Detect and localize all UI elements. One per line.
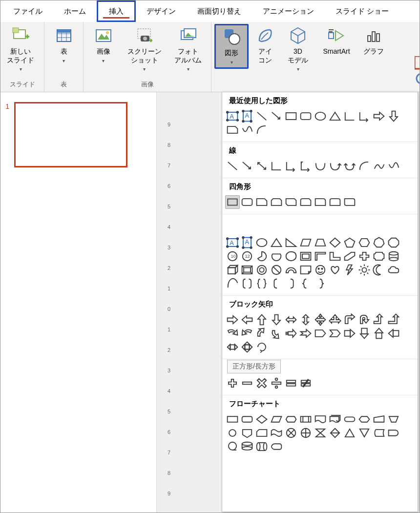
shape-arrU[interactable] [254, 313, 269, 327]
shape-freeform[interactable] [372, 159, 386, 173]
shape-diamond[interactable] [328, 236, 342, 249]
tab-animation[interactable]: アニメーション [252, 0, 325, 22]
tab-design[interactable]: デザイン [136, 0, 187, 22]
shape-calloutQuad[interactable] [240, 340, 254, 354]
shape-lineA[interactable] [269, 109, 284, 123]
shape-calloutR[interactable] [342, 327, 357, 340]
shape-oval[interactable] [313, 109, 328, 123]
shape-moon[interactable] [372, 263, 386, 277]
shape-round2s[interactable] [328, 195, 342, 209]
shape-rtTri[interactable] [284, 236, 298, 249]
shape-circArr[interactable] [254, 340, 269, 354]
shape-lineAA[interactable] [254, 159, 269, 173]
shape-triangle[interactable] [269, 236, 284, 249]
tab-insert[interactable]: 挿入 [97, 0, 136, 22]
shape-scribble[interactable] [240, 123, 254, 137]
shape-bentUp[interactable] [386, 313, 401, 327]
shape-fcIntS[interactable] [298, 412, 313, 426]
shape-roundRect[interactable] [298, 109, 313, 123]
shape-snip1[interactable] [254, 195, 269, 209]
shape-eqPlus[interactable] [225, 376, 240, 390]
shape-bracketL[interactable] [269, 277, 284, 290]
shape-curveCAA[interactable] [342, 159, 357, 173]
shape-halfFrame[interactable] [313, 249, 328, 263]
shape-arrR[interactable] [372, 109, 386, 123]
shape-pentReg[interactable] [342, 236, 357, 249]
shape-pie[interactable] [254, 249, 269, 263]
shape-rect[interactable] [225, 195, 240, 209]
shape-quad[interactable] [313, 313, 328, 327]
album-button[interactable]: フォト アルバム ▾ [168, 24, 208, 75]
tab-transition[interactable]: 画面切り替え [187, 0, 252, 22]
shape-brace[interactable] [254, 277, 269, 290]
icons-button[interactable]: アイ コン [252, 24, 279, 66]
shape-hept[interactable] [372, 236, 386, 249]
tab-file[interactable]: ファイル [2, 0, 53, 22]
shape-fcDelay[interactable] [386, 426, 401, 440]
shape-bracket[interactable] [240, 277, 254, 290]
shape-eqNeq[interactable] [298, 376, 313, 390]
shape-fcPre[interactable] [284, 412, 298, 426]
screenshot-button[interactable]: スクリーン ショット ▾ [124, 24, 166, 75]
shape-fcMDoc[interactable] [328, 412, 342, 426]
shape-braceL[interactable] [298, 277, 313, 290]
shape-arrL[interactable] [240, 313, 254, 327]
shape-arrD[interactable] [269, 313, 284, 327]
shape-heart[interactable] [328, 263, 342, 277]
shape-curveC[interactable] [313, 159, 328, 173]
shape-curvedL[interactable] [240, 327, 254, 340]
shape-fcDirAcc[interactable] [254, 440, 269, 453]
shape-fcData[interactable] [269, 412, 284, 426]
tab-home[interactable]: ホーム [53, 0, 97, 22]
shape-braceR[interactable] [313, 277, 328, 290]
shape-elbow[interactable] [269, 159, 284, 173]
shape-elbow[interactable] [342, 109, 357, 123]
chart-button[interactable]: グラフ [359, 24, 388, 58]
shapes-button[interactable]: 図形 ▾ [214, 24, 249, 69]
shape-eqDiv[interactable] [269, 376, 284, 390]
shape-fcManIn[interactable] [372, 412, 386, 426]
shape-textboxV[interactable]: A [240, 109, 254, 123]
shape-notched[interactable] [298, 327, 313, 340]
shape-eqEq[interactable] [284, 376, 298, 390]
shape-arrLRU[interactable] [328, 313, 342, 327]
shape-donut[interactable] [254, 263, 269, 277]
shape-arc[interactable] [357, 159, 372, 173]
shape-curvedR[interactable] [225, 327, 240, 340]
shape-tear[interactable] [284, 249, 298, 263]
shape-fcAlt[interactable] [240, 412, 254, 426]
shape-round2d[interactable] [342, 195, 357, 209]
shape-pent[interactable] [313, 327, 328, 340]
shape-curvedU[interactable] [254, 327, 269, 340]
shape-plaque[interactable] [372, 249, 386, 263]
shape-oct[interactable] [386, 236, 401, 249]
slide-thumbnail-1[interactable] [14, 102, 127, 167]
shape-fcTerm[interactable] [342, 412, 357, 426]
shape-rect[interactable] [284, 109, 298, 123]
shape-oval[interactable] [254, 236, 269, 249]
shape-fcSort[interactable] [328, 426, 342, 440]
shape-arrR[interactable] [225, 313, 240, 327]
shape-fcDisplay[interactable] [269, 440, 284, 453]
shape-noSymbol[interactable] [269, 263, 284, 277]
shape-fcStored[interactable] [372, 426, 386, 440]
shape-fcTape[interactable] [269, 426, 284, 440]
shape-bent[interactable] [342, 313, 357, 327]
shape-bevel[interactable] [240, 263, 254, 277]
shape-fcCard[interactable] [254, 426, 269, 440]
shape-fcDec[interactable] [254, 412, 269, 426]
shape-bracketR[interactable] [284, 277, 298, 290]
shape-arrD[interactable] [386, 109, 401, 123]
shape-calloutU[interactable] [372, 327, 386, 340]
shape-hex[interactable] [357, 236, 372, 249]
shape-calloutL[interactable] [386, 327, 401, 340]
shape-foldedCorner[interactable] [298, 263, 313, 277]
shape-trap[interactable] [313, 236, 328, 249]
shape-cloud[interactable] [386, 263, 401, 277]
shape-arrLU[interactable] [372, 313, 386, 327]
shape-cube[interactable] [225, 263, 240, 277]
shape-curveCA[interactable] [328, 159, 342, 173]
shape-curvedD[interactable] [269, 327, 284, 340]
shape-round1[interactable] [313, 195, 328, 209]
shape-eqMult[interactable] [254, 376, 269, 390]
